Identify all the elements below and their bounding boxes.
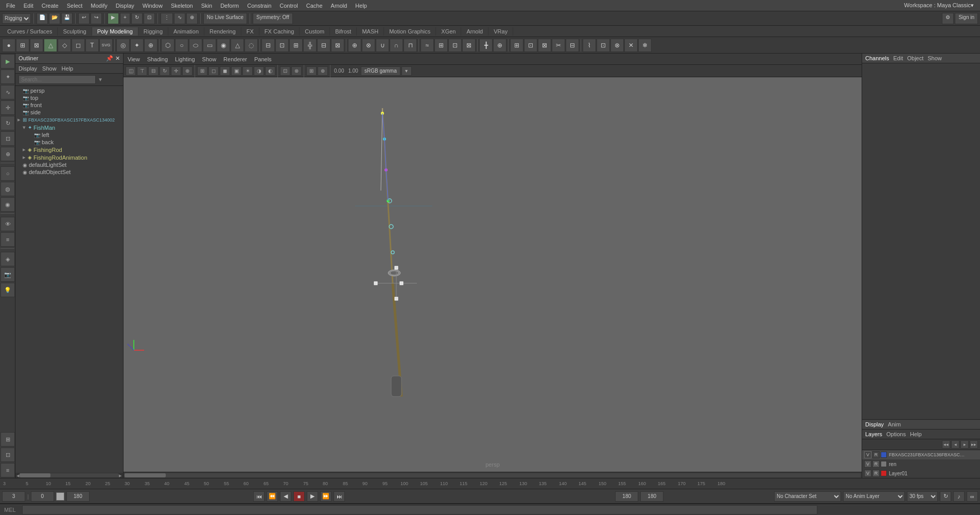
layer-nav-btn4[interactable]: ▸▸ (970, 440, 978, 449)
viewport-menu-lighting[interactable]: Lighting (173, 55, 197, 63)
tab-animation[interactable]: Animation (168, 27, 204, 36)
help-sub-tab[interactable]: Help (910, 431, 922, 437)
outliner-show-menu[interactable]: Show (42, 65, 57, 72)
freeze-btn[interactable]: ❄ (638, 39, 652, 52)
mirror-btn[interactable]: ⊞ (434, 39, 448, 52)
layer-color-swatch2[interactable] (881, 461, 887, 467)
play-fwd-btn[interactable]: ▶ (307, 491, 318, 502)
uv-editor-btn[interactable]: ⊞ (510, 39, 523, 52)
select-edge-btn[interactable]: ◇ (58, 39, 71, 52)
layer-nav-btn3[interactable]: ▸ (960, 440, 969, 449)
smooth-btn[interactable]: ≈ (421, 39, 434, 52)
soft-mod-icon[interactable]: ○ (1, 166, 15, 181)
camera-icon[interactable]: 📷 (1, 267, 15, 282)
rivet-icon[interactable]: ◉ (1, 197, 15, 212)
uv-cut-btn[interactable]: ✂ (552, 39, 565, 52)
slide-edge-btn[interactable]: ⊠ (331, 39, 344, 52)
tab-mash[interactable]: MASH (357, 27, 384, 36)
playback-color-btn[interactable] (56, 492, 64, 501)
vp-dolly-btn[interactable]: ⊕ (182, 66, 192, 76)
play-back-btn[interactable]: ◀ (280, 491, 291, 502)
bottom-tool2[interactable]: ⊡ (1, 448, 15, 462)
lasso-select-icon[interactable]: ∿ (1, 85, 15, 99)
bottom-tool3[interactable]: ≡ (1, 463, 15, 477)
vp-isolate-btn[interactable]: ⊡ (280, 66, 290, 76)
menu-edit[interactable]: Edit (20, 2, 38, 10)
delete-history-btn[interactable]: ✕ (624, 39, 638, 52)
poly-cylinder-btn[interactable]: ⬭ (189, 39, 202, 52)
show-hide-icon[interactable]: 👁 (1, 217, 15, 231)
layers-sub-tab[interactable]: Layers (865, 431, 882, 437)
tree-item-fishman[interactable]: ▾ ✦ FishMan (16, 124, 122, 131)
insert-edge-btn[interactable]: ⊟ (317, 39, 330, 52)
paint-btn[interactable]: ✦ (130, 39, 144, 52)
paint-select-icon[interactable]: ✦ (1, 70, 15, 84)
tab-fx[interactable]: FX (241, 27, 259, 36)
soft-select-btn[interactable]: ⊕ (144, 39, 157, 52)
save-file-btn[interactable]: 💾 (61, 13, 73, 24)
tree-item-lightset[interactable]: ◉ defaultLightSet (16, 161, 122, 168)
vp-wireframe-btn[interactable]: ◻ (208, 66, 219, 76)
playback-settings-btn[interactable]: ↻ (940, 491, 951, 502)
combine-btn[interactable]: ⊕ (348, 39, 361, 52)
rotate-tool-btn[interactable]: ↻ (131, 13, 143, 24)
lattice-btn[interactable]: ⊡ (597, 39, 610, 52)
layer-item-layer01[interactable]: V R Layer01 (862, 469, 980, 478)
timeline-track[interactable]: 3 5 10 15 20 25 30 35 40 45 50 55 60 65 … (2, 478, 978, 489)
layer-type-icon[interactable]: R (872, 451, 880, 458)
layer-icon[interactable]: ≡ (1, 232, 15, 247)
tree-item-objectset[interactable]: ◉ defaultObjectSet (16, 168, 122, 176)
target-weld-btn[interactable]: ⊕ (493, 39, 506, 52)
tab-xgen[interactable]: XGen (436, 27, 461, 36)
tab-bifrost[interactable]: Bifrost (330, 27, 357, 36)
vp-track-btn[interactable]: ✛ (171, 66, 181, 76)
tree-item-left[interactable]: 📷 left (16, 131, 122, 139)
menu-window[interactable]: Window (138, 2, 167, 10)
new-file-btn[interactable]: 📄 (37, 13, 48, 24)
rigging-dropdown[interactable]: Rigging (2, 13, 31, 24)
channels-object-tab[interactable]: Object (907, 55, 923, 61)
layer-color-swatch[interactable] (881, 452, 887, 458)
universal-manip-icon[interactable]: ⊕ (1, 147, 15, 161)
tab-arnold[interactable]: Arnold (461, 27, 488, 36)
menu-modify[interactable]: Modify (86, 2, 111, 10)
color-space-btn[interactable]: sRGB gamma (361, 66, 400, 76)
vp-cam-front-btn[interactable]: ⊟ (148, 66, 159, 76)
goto-end-btn[interactable]: ⏭ (334, 491, 345, 502)
search-input[interactable] (19, 75, 96, 84)
menu-skeleton[interactable]: Skeleton (167, 2, 197, 10)
menu-select[interactable]: Select (63, 2, 87, 10)
vp-tumble-btn[interactable]: ↻ (160, 66, 170, 76)
select-tool-btn[interactable]: ▶ (108, 13, 119, 24)
bool-union-btn[interactable]: ∪ (376, 39, 389, 52)
deform-btn[interactable]: ⌇ (583, 39, 596, 52)
start-frame-input[interactable] (31, 491, 54, 502)
outliner-help-menu[interactable]: Help (62, 65, 74, 72)
next-key-btn[interactable]: ⏩ (320, 491, 331, 502)
vp-grid-btn[interactable]: ⊞ (197, 66, 207, 76)
viewport-canvas[interactable]: persp (124, 77, 862, 472)
sign-in-btn[interactable]: Sign in (955, 13, 978, 24)
outliner-scrollbar[interactable]: ◂ ▸ (15, 473, 123, 478)
light-icon[interactable]: 💡 (1, 283, 15, 297)
snap-point-btn[interactable]: ⊕ (186, 13, 198, 24)
viewport-menu-panels[interactable]: Panels (252, 55, 274, 63)
poly-sphere-btn[interactable]: ○ (175, 39, 188, 52)
range-end-input[interactable] (640, 491, 663, 502)
render-settings-btn[interactable]: ⚙ (942, 13, 954, 24)
scale-tool-btn[interactable]: ⊡ (144, 13, 155, 24)
color-space-arrow[interactable]: ▾ (401, 66, 412, 76)
menu-deform[interactable]: Deform (216, 2, 243, 10)
current-frame-input[interactable] (2, 491, 25, 502)
uv-sew-btn[interactable]: ⊟ (566, 39, 579, 52)
anim-layer-dropdown[interactable]: No Anim Layer (843, 491, 905, 502)
anim-tab[interactable]: Anim (888, 421, 901, 427)
sculpt-btn[interactable]: ⊗ (610, 39, 624, 52)
select-uv-btn[interactable]: T (85, 39, 99, 52)
layer-item-ren[interactable]: V R ren (862, 459, 980, 469)
live-surface-btn[interactable]: No Live Surface (203, 13, 247, 24)
move-tool-btn[interactable]: + (120, 13, 130, 24)
layer-item-fbx[interactable]: V R FBXASC231FBXASC136FBXASC182FBXASC (862, 450, 980, 459)
vp-ambient-btn[interactable]: ◐ (265, 66, 275, 76)
tree-item-side[interactable]: 📷 side (16, 109, 122, 116)
